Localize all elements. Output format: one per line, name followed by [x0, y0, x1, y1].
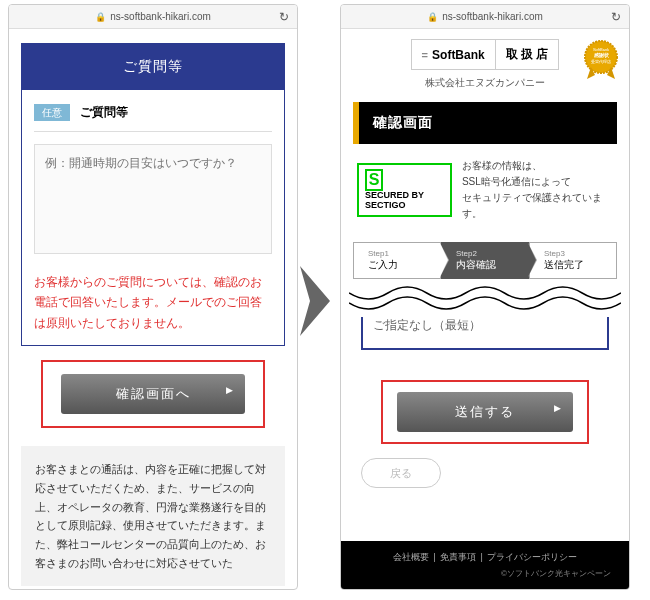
- footer-link-privacy[interactable]: プライバシーポリシー: [487, 552, 577, 562]
- footer-copyright: ©ソフトバンク光キャンペーン: [349, 568, 621, 579]
- back-button[interactable]: 戻る: [361, 458, 441, 488]
- tear-divider-icon: [349, 285, 621, 317]
- svg-marker-0: [300, 266, 330, 336]
- footer-link-disclaimer[interactable]: 免責事項: [440, 552, 476, 562]
- security-note: お客様の情報は、 SSL暗号化通信によって セキュリティで保護されています。: [462, 158, 613, 222]
- brand-logo-row: = SoftBank 取 扱 店: [411, 39, 560, 70]
- confirm-heading: 確認画面: [353, 102, 617, 144]
- award-seal-icon: SoftBank 感謝状 受賞代理店: [579, 37, 623, 81]
- company-name: 株式会社エヌズカンパニー: [353, 76, 617, 90]
- sectigo-name: SECTIGO: [365, 200, 406, 210]
- question-textarea[interactable]: [34, 144, 272, 254]
- brand-text: SoftBank: [432, 48, 485, 62]
- lock-icon: 🔒: [95, 12, 106, 22]
- brand-header: = SoftBank 取 扱 店 株式会社エヌズカンパニー SoftBank 感…: [341, 29, 629, 96]
- red-warning: お客様からのご質問については、確認のお電話で回答いたします。メールでのご回答は原…: [34, 272, 272, 333]
- svg-text:感謝状: 感謝状: [593, 52, 610, 58]
- bars-icon: =: [422, 49, 428, 61]
- url-text: ns-softbank-hikari.com: [442, 11, 543, 22]
- footer-links: 会社概要 | 免責事項 | プライバシーポリシー: [349, 551, 621, 564]
- confirm-button-highlight: 確認画面へ: [41, 360, 265, 428]
- refresh-icon[interactable]: ↻: [279, 10, 289, 24]
- confirm-button[interactable]: 確認画面へ: [61, 374, 245, 414]
- review-value: ご指定なし（最短）: [361, 317, 609, 350]
- arrow-icon: [300, 266, 340, 336]
- shop-label: 取 扱 店: [496, 40, 559, 69]
- question-form: ご質問等 任意 ご質問等 お客様からのご質問については、確認のお電話で回答いたし…: [21, 43, 285, 346]
- security-row: S SECURED BY SECTIGO お客様の情報は、 SSL暗号化通信によ…: [341, 144, 629, 236]
- sectigo-s-icon: S: [365, 169, 383, 191]
- address-bar: 🔒 ns-softbank-hikari.com ↻: [9, 5, 297, 29]
- sectigo-top: SECURED BY: [365, 190, 424, 200]
- field-label: ご質問等: [80, 105, 128, 119]
- phone-right: 🔒 ns-softbank-hikari.com ↻ = SoftBank 取 …: [340, 4, 630, 590]
- phone-left: 🔒 ns-softbank-hikari.com ↻ ご質問等 任意 ご質問等 …: [8, 4, 298, 590]
- right-content: = SoftBank 取 扱 店 株式会社エヌズカンパニー SoftBank 感…: [341, 29, 629, 589]
- step-2: Step2内容確認: [441, 242, 529, 279]
- submit-button[interactable]: 送信する: [397, 392, 573, 432]
- svg-text:受賞代理店: 受賞代理店: [591, 59, 611, 64]
- form-title: ご質問等: [22, 44, 284, 90]
- left-content: ご質問等 任意 ご質問等 お客様からのご質問については、確認のお電話で回答いたし…: [9, 29, 297, 589]
- footer: 会社概要 | 免責事項 | プライバシーポリシー ©ソフトバンク光キャンペーン: [341, 541, 629, 589]
- submit-button-highlight: 送信する: [381, 380, 589, 444]
- field-header: 任意 ご質問等: [34, 102, 272, 132]
- softbank-logo: = SoftBank: [412, 40, 496, 69]
- refresh-icon[interactable]: ↻: [611, 10, 621, 24]
- address-bar: 🔒 ns-softbank-hikari.com ↻: [341, 5, 629, 29]
- footer-link-about[interactable]: 会社概要: [393, 552, 429, 562]
- step-indicator: Step1ご入力 Step2内容確認 Step3送信完了: [353, 242, 617, 279]
- step-1: Step1ご入力: [353, 242, 441, 279]
- step-3: Step3送信完了: [529, 242, 617, 279]
- url-text: ns-softbank-hikari.com: [110, 11, 211, 22]
- call-disclaimer: お客さまとの通話は、内容を正確に把握して対応させていただくため、また、サービスの…: [21, 446, 285, 586]
- lock-icon: 🔒: [427, 12, 438, 22]
- optional-badge: 任意: [34, 104, 70, 121]
- sectigo-badge: S SECURED BY SECTIGO: [357, 163, 452, 216]
